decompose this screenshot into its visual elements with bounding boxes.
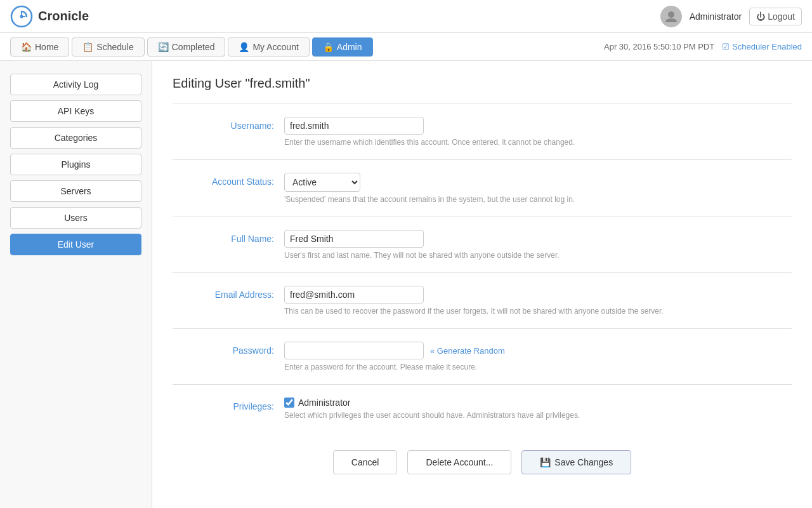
password-hint: Enter a password for the account. Please… [284,363,792,371]
email-hint: This can be used to recover the password… [284,307,792,316]
privileges-hint: Select which privileges the user account… [284,411,792,420]
privileges-label: Privileges: [173,398,274,411]
tab-schedule[interactable]: 📋 Schedule [72,37,144,57]
account-status-section: Account Status: Active Suspended 'Suspen… [173,160,792,217]
scheduler-label: Scheduler Enabled [732,42,802,51]
admin-checkbox-label: Administrator [298,398,350,408]
save-changes-label: Save Changes [554,457,613,467]
username-section: Username: Enter the username which ident… [173,104,792,160]
cancel-button[interactable]: Cancel [333,450,398,474]
sidebar-item-categories[interactable]: Categories [10,127,141,149]
admin-icon: 🔒 [323,42,334,52]
tab-home[interactable]: 🏠 Home [10,37,69,57]
avatar-icon [664,10,678,23]
username-content: Enter the username which identifies this… [284,117,792,147]
nav-right: Apr 30, 2016 5:50:10 PM PDT ☑ Scheduler … [604,42,802,51]
avatar [660,6,682,27]
logout-icon: ⏻ [756,11,765,22]
full-name-label: Full Name: [173,230,274,244]
svg-point-4 [668,11,674,18]
sidebar-item-activity-log-label: Activity Log [53,79,99,90]
sidebar: Activity Log API Keys Categories Plugins… [0,61,152,508]
app-name: Cronicle [38,9,89,23]
main-content: Editing User "fred.smith" Username: Ente… [152,61,812,508]
email-content: This can be used to recover the password… [284,286,792,316]
password-input-row: « Generate Random [284,342,792,359]
scheduler-status: ☑ Scheduler Enabled [722,42,802,51]
password-label: Password: [173,342,274,356]
sidebar-item-api-keys-label: API Keys [58,106,95,116]
account-status-hint: 'Suspended' means that the account remai… [284,195,792,204]
username-label: Username: [173,117,274,131]
sidebar-item-plugins[interactable]: Plugins [10,154,141,175]
admin-checkbox[interactable] [284,398,294,408]
privileges-row: Privileges: Administrator Select which p… [173,398,792,420]
sidebar-item-categories-label: Categories [55,133,98,143]
account-status-content: Active Suspended 'Suspended' means that … [284,173,792,204]
account-status-row: Account Status: Active Suspended 'Suspen… [173,173,792,204]
admin-name: Administrator [690,11,742,22]
full-name-section: Full Name: User's first and last name. T… [173,217,792,273]
email-section: Email Address: This can be used to recov… [173,273,792,329]
email-input[interactable] [284,286,424,304]
home-icon: 🏠 [21,42,32,52]
email-label: Email Address: [173,286,274,300]
logo-icon [10,5,33,28]
full-name-row: Full Name: User's first and last name. T… [173,230,792,260]
delete-account-button[interactable]: Delete Account... [407,450,511,474]
account-status-select[interactable]: Active Suspended [284,173,360,192]
logout-label: Logout [768,11,795,22]
privileges-section: Privileges: Administrator Select which p… [173,385,792,432]
full-name-content: User's first and last name. They will no… [284,230,792,260]
page-title: Editing User "fred.smith" [173,76,792,91]
full-name-input[interactable] [284,230,424,248]
account-status-label: Account Status: [173,173,274,187]
password-input[interactable] [284,342,424,359]
timestamp: Apr 30, 2016 5:50:10 PM PDT [604,42,714,51]
tab-schedule-label: Schedule [96,42,133,52]
sidebar-item-edit-user-label: Edit User [58,239,95,250]
app-layout: Activity Log API Keys Categories Plugins… [0,61,812,508]
tab-my-account-label: My Account [252,42,298,52]
username-input[interactable] [284,117,424,135]
tab-admin-label: Admin [337,42,362,52]
tab-completed[interactable]: 🔄 Completed [147,37,226,57]
username-row: Username: Enter the username which ident… [173,117,792,147]
save-changes-button[interactable]: 💾 Save Changes [521,450,631,474]
privileges-input-row: Administrator [284,398,792,408]
tab-completed-label: Completed [172,42,215,52]
form-actions: Cancel Delete Account... 💾 Save Changes [173,432,792,485]
sidebar-item-edit-user[interactable]: Edit User [10,234,141,255]
sidebar-item-users-label: Users [64,213,88,223]
save-icon: 💾 [540,457,551,467]
schedule-icon: 📋 [82,42,93,52]
password-content: « Generate Random Enter a password for t… [284,342,792,371]
email-row: Email Address: This can be used to recov… [173,286,792,316]
header-right: Administrator ⏻ Logout [660,6,802,27]
tab-my-account[interactable]: 👤 My Account [228,37,309,57]
privileges-content: Administrator Select which privileges th… [284,398,792,420]
sidebar-item-plugins-label: Plugins [62,159,91,170]
generate-random-link[interactable]: « Generate Random [430,346,505,356]
app-header: Cronicle Administrator ⏻ Logout [0,0,812,33]
my-account-icon: 👤 [239,42,249,52]
username-hint: Enter the username which identifies this… [284,138,792,147]
sidebar-item-users[interactable]: Users [10,207,141,229]
completed-icon: 🔄 [158,42,169,52]
check-icon: ☑ [722,42,730,51]
tab-home-label: Home [35,42,58,52]
tab-admin[interactable]: 🔒 Admin [312,37,373,57]
full-name-hint: User's first and last name. They will no… [284,251,792,260]
password-section: Password: « Generate Random Enter a pass… [173,329,792,385]
sidebar-item-servers[interactable]: Servers [10,180,141,202]
nav-tabs: 🏠 Home 📋 Schedule 🔄 Completed 👤 My Accou… [10,33,373,60]
logout-button[interactable]: ⏻ Logout [749,8,802,25]
sidebar-item-servers-label: Servers [60,186,91,196]
sidebar-item-api-keys[interactable]: API Keys [10,100,141,122]
password-row: Password: « Generate Random Enter a pass… [173,342,792,371]
sidebar-item-activity-log[interactable]: Activity Log [10,74,141,95]
app-logo: Cronicle [10,5,89,28]
nav-bar: 🏠 Home 📋 Schedule 🔄 Completed 👤 My Accou… [0,33,812,61]
